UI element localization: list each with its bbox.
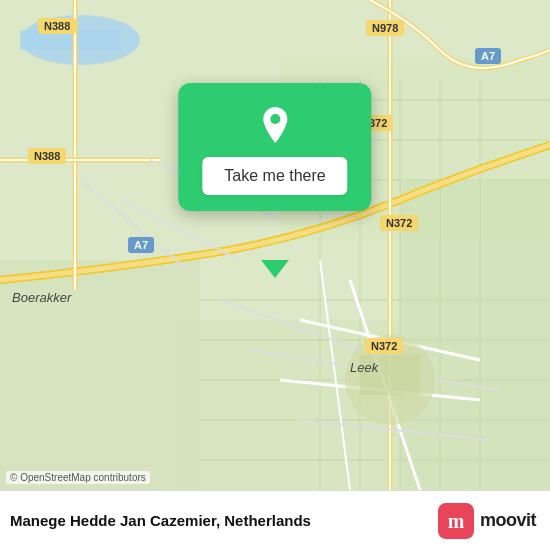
moovit-letter: m	[448, 511, 465, 531]
bottom-left: Manege Hedde Jan Cazemier, Netherlands	[10, 512, 311, 529]
map-svg	[0, 0, 550, 490]
popup-tail	[261, 260, 289, 278]
moovit-text: moovit	[480, 510, 536, 531]
location-name: Manege Hedde Jan Cazemier, Netherlands	[10, 512, 311, 529]
moovit-logo: m moovit	[438, 503, 536, 539]
svg-point-39	[270, 114, 280, 124]
road-label-a7-right: A7	[475, 48, 501, 64]
svg-rect-7	[400, 180, 550, 490]
town-label-boerakker: Boerakker	[12, 290, 71, 305]
map-container: N388 N388 N372 N372 N372 N978 A7 A7 Boer…	[0, 0, 550, 490]
take-me-there-button[interactable]: Take me there	[202, 157, 347, 195]
town-label-leek: Leek	[350, 360, 378, 375]
location-pin-icon	[253, 103, 297, 147]
road-label-a7-left: A7	[128, 237, 154, 253]
moovit-icon: m	[438, 503, 474, 539]
road-label-n978: N978	[366, 20, 404, 36]
copyright: © OpenStreetMap contributors	[6, 471, 150, 484]
bottom-bar: Manege Hedde Jan Cazemier, Netherlands m…	[0, 490, 550, 550]
road-label-n388-top: N388	[38, 18, 76, 34]
road-label-n372-mid: N372	[380, 215, 418, 231]
road-label-n388-mid: N388	[28, 148, 66, 164]
road-label-n372-bot: N372	[365, 338, 403, 354]
map-popup: Take me there	[178, 83, 371, 211]
